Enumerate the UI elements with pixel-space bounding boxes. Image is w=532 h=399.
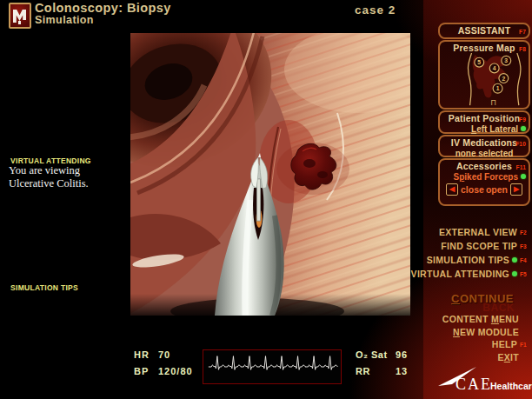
- assistant-fkey: F7: [519, 27, 526, 37]
- iv-medications-panel[interactable]: IV Medications F10 none selected: [438, 135, 530, 157]
- endoscope-3d-view[interactable]: [130, 33, 410, 316]
- patient-position-text: Left Lateral: [471, 124, 518, 134]
- patient-position-value[interactable]: Left Lateral: [442, 123, 526, 134]
- o2sat-row: O₂ Sat 96: [356, 346, 408, 362]
- attending-line1: You are viewing: [9, 164, 89, 177]
- abdomen-pressure-map: 5 3 4 2 1 Π: [442, 53, 529, 108]
- bp-label: BP: [134, 366, 158, 376]
- pressure-point-3-label: 3: [504, 57, 508, 63]
- simulation-tips-heading: SIMULATION TIPS: [10, 283, 78, 292]
- colon-glyph-icon: [10, 4, 30, 27]
- anus-marker: Π: [491, 98, 496, 107]
- iv-medications-label: IV Medications: [451, 137, 517, 148]
- help-label: HELP: [492, 339, 517, 349]
- external-view-fkey: F2: [520, 229, 530, 236]
- content-menu-key: M: [491, 314, 499, 324]
- title-line2: Simulation: [35, 15, 171, 26]
- pressure-map-panel[interactable]: Pressure Map F8 5 3 4 2 1: [438, 40, 530, 110]
- iv-medications-title-row: IV Medications F10: [442, 137, 526, 148]
- hr-row: HR 70: [134, 346, 193, 362]
- body-outline-right: [517, 53, 521, 105]
- find-scope-tip-fkey: F3: [520, 243, 530, 249]
- virtual-attending-label: VIRTUAL ATTENDING: [411, 269, 509, 279]
- pressure-point-1-label: 1: [496, 85, 500, 91]
- view-menu: EXTERNAL VIEW F2 FIND SCOPE TIP F3 SIMUL…: [384, 225, 532, 281]
- accessory-rest: iked Forceps: [464, 172, 518, 182]
- accessories-panel[interactable]: Accessories F11 Spiked Forceps ◀ close o…: [438, 158, 530, 206]
- menu-item-new-module[interactable]: NEW MODULE: [384, 326, 532, 339]
- ecg-waveform: [203, 350, 341, 383]
- accessory-name: Spiked Forceps: [454, 172, 518, 182]
- patient-position-title-row: Patient Position F9: [442, 113, 526, 123]
- ecg-monitor: [203, 349, 342, 384]
- pressure-point-5-label: 5: [477, 59, 481, 65]
- body-outline-left: [468, 53, 471, 105]
- rr-row: RR 13: [356, 362, 408, 379]
- accessories-label: Accessories: [456, 161, 512, 171]
- patient-position-panel[interactable]: Patient Position F9 Left Lateral: [438, 110, 530, 134]
- open-arrow-button[interactable]: ▶: [510, 183, 522, 196]
- attending-message: You are viewing Ulcerative Colitis.: [9, 164, 89, 190]
- pressure-map-label: Pressure Map: [453, 43, 515, 53]
- close-control: ◀ close: [446, 183, 484, 196]
- menu-item-virtual-attending[interactable]: VIRTUAL ATTENDING F5: [384, 267, 532, 281]
- bp-value: 120/80: [158, 366, 193, 376]
- open-control: open ▶: [486, 183, 522, 196]
- iv-medications-value: none selected: [442, 148, 526, 158]
- bp-row: BP 120/80: [134, 362, 193, 379]
- pressure-point-2-label: 2: [502, 76, 505, 82]
- close-label[interactable]: close: [461, 184, 484, 195]
- clot-dark-spot2: [317, 171, 328, 178]
- help-fkey: F1: [520, 342, 530, 348]
- vitals-right: O₂ Sat 96 RR 13: [356, 346, 408, 379]
- cae-brand: CAE: [456, 376, 492, 394]
- cae-healthcare-logo: CAE Healthcare: [438, 366, 529, 394]
- cae-brand-suffix: Healthcare: [490, 381, 532, 391]
- position-rest: eft Lateral: [476, 124, 518, 134]
- iv-medications-fkey: F10: [515, 139, 526, 150]
- new-module-rest: EW MODULE: [460, 327, 519, 337]
- menu-item-simulation-tips[interactable]: SIMULATION TIPS F4: [384, 253, 532, 267]
- menu-item-content-menu[interactable]: CONTENT MENU: [384, 313, 532, 326]
- menu-item-external-view[interactable]: EXTERNAL VIEW F2: [384, 225, 532, 239]
- assistant-label: ASSISTANT: [458, 25, 511, 36]
- colon-scene: [130, 33, 410, 316]
- hr-label: HR: [134, 349, 158, 360]
- simulation-tips-active-dot: [512, 257, 517, 263]
- pressure-point-4-label: 4: [493, 65, 496, 71]
- o2sat-label: O₂ Sat: [356, 349, 396, 360]
- content-menu-label: CONTENT MENU: [442, 314, 519, 324]
- open-label[interactable]: open: [486, 184, 508, 195]
- clot-body: [291, 143, 336, 190]
- content-menu-pre: CONTENT: [442, 314, 491, 324]
- patient-position-label: Patient Position: [449, 113, 521, 123]
- virtual-attending-active-dot: [512, 271, 517, 276]
- o2sat-value: 96: [396, 349, 408, 360]
- virtual-attending-fkey: F5: [520, 271, 530, 277]
- accessories-fkey: F11: [516, 163, 526, 173]
- menu-item-find-scope-tip[interactable]: FIND SCOPE TIP F3: [384, 239, 532, 253]
- simulation-tips-label: SIMULATION TIPS: [427, 255, 509, 265]
- application-window: Colonoscopy: Biopsy Simulation case 2: [0, 0, 532, 399]
- accessory-selected[interactable]: Spiked Forceps: [442, 171, 526, 182]
- title-line1: Colonoscopy: Biopsy: [35, 2, 171, 15]
- patient-position-fkey: F9: [519, 115, 526, 125]
- exit-label: EXIT: [497, 352, 519, 362]
- blood-clot[interactable]: [276, 143, 349, 195]
- new-module-key: N: [453, 327, 460, 337]
- close-arrow-button[interactable]: ◀: [446, 183, 458, 196]
- pressure-map-title-row: Pressure Map F8: [442, 43, 526, 53]
- exit-rest: IT: [510, 352, 519, 362]
- case-label: case 2: [355, 3, 396, 17]
- rr-label: RR: [356, 366, 396, 376]
- app-logo-icon: [9, 3, 31, 29]
- exit-pre: E: [497, 352, 503, 362]
- accessory-active-dot: [521, 174, 526, 179]
- active-indicator-dot: [521, 126, 526, 131]
- back-button-disabled: BACK: [482, 302, 515, 314]
- external-view-label: EXTERNAL VIEW: [439, 227, 517, 237]
- forceps-open-close-controls: ◀ close open ▶: [442, 182, 526, 196]
- assistant-panel[interactable]: ASSISTANT F7: [438, 23, 530, 39]
- simulation-tips-fkey: F4: [520, 257, 530, 263]
- exit-key: X: [504, 352, 510, 362]
